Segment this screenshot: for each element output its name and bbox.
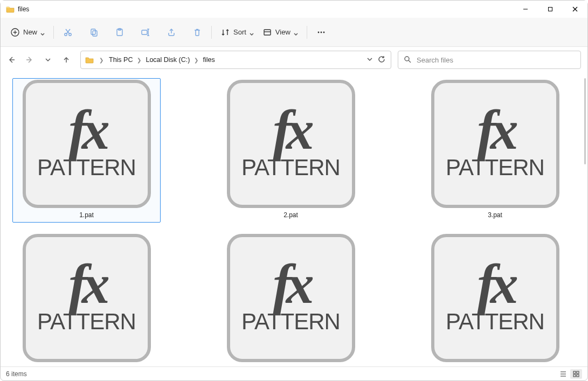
pattern-label: PATTERN (241, 309, 340, 335)
more-button[interactable] (312, 23, 331, 42)
search-icon (404, 56, 411, 65)
item-count: 6 items (6, 370, 27, 378)
view-icon (262, 27, 272, 37)
breadcrumb: This PC ❯ Local Disk (C:) ❯ files (109, 56, 363, 64)
back-button[interactable] (7, 56, 16, 64)
refresh-button[interactable] (378, 56, 385, 65)
new-icon (10, 27, 20, 37)
up-button[interactable] (62, 56, 71, 64)
view-label: View (275, 28, 290, 36)
pattern-label: PATTERN (37, 309, 136, 335)
share-button[interactable] (162, 23, 181, 42)
paste-icon (115, 27, 124, 37)
file-thumbnail: fxPATTERN (431, 80, 559, 208)
file-item[interactable]: fxPATTERN2.pat (217, 78, 365, 223)
cut-icon (63, 27, 73, 37)
file-thumbnail: fxPATTERN (431, 234, 559, 362)
svg-rect-32 (577, 371, 579, 373)
file-grid-viewport[interactable]: fxPATTERN1.patfxPATTERN2.patfxPATTERN3.p… (1, 73, 581, 366)
svg-point-21 (317, 31, 319, 33)
sort-button[interactable]: Sort (216, 23, 258, 42)
more-icon (316, 27, 326, 37)
pattern-label: PATTERN (446, 309, 544, 335)
svg-point-26 (405, 57, 409, 61)
share-icon (167, 27, 176, 37)
svg-rect-34 (577, 375, 579, 377)
file-name: 3.pat (488, 210, 502, 221)
svg-point-23 (323, 31, 324, 33)
minimize-button[interactable] (513, 1, 538, 18)
folder-icon (6, 5, 15, 13)
sort-label: Sort (233, 28, 246, 36)
rename-button[interactable] (136, 23, 155, 42)
content-area: fxPATTERN1.patfxPATTERN2.patfxPATTERN3.p… (1, 73, 587, 366)
breadcrumb-item[interactable]: files (203, 56, 215, 64)
chevron-right-icon: ❯ (135, 57, 143, 63)
forward-button[interactable] (25, 56, 34, 64)
file-thumbnail: fxPATTERN (227, 80, 355, 208)
file-name: 2.pat (283, 210, 298, 221)
fx-label: fx (68, 261, 105, 306)
svg-rect-1 (549, 8, 552, 11)
explorer-window: files New (0, 0, 588, 381)
file-item[interactable]: fxPATTERN3.pat (421, 78, 569, 223)
fx-label: fx (477, 107, 513, 152)
scrollbar[interactable] (581, 73, 587, 366)
new-label: New (23, 28, 37, 36)
file-grid: fxPATTERN1.patfxPATTERN2.patfxPATTERN3.p… (6, 78, 576, 364)
pattern-label: PATTERN (241, 155, 340, 181)
title-left: files (1, 5, 29, 13)
file-thumbnail: fxPATTERN (23, 234, 151, 362)
file-item[interactable]: fxPATTERN (12, 232, 161, 364)
view-button[interactable]: View (258, 23, 302, 42)
fx-label: fx (273, 261, 309, 306)
chevron-down-icon (40, 30, 45, 34)
svg-rect-15 (142, 30, 147, 34)
maximize-button[interactable] (538, 1, 563, 18)
search-box[interactable] (398, 51, 581, 69)
file-item[interactable]: fxPATTERN (421, 232, 569, 364)
file-thumbnail: fxPATTERN (227, 234, 355, 362)
details-view-toggle[interactable] (557, 369, 569, 379)
svg-rect-12 (93, 31, 97, 36)
pattern-label: PATTERN (446, 155, 544, 181)
fx-label: fx (273, 107, 309, 152)
file-name: 1.pat (79, 210, 94, 221)
svg-rect-31 (573, 371, 576, 373)
file-item[interactable]: fxPATTERN1.pat (12, 78, 161, 223)
toolbar: New Sort View (1, 18, 587, 47)
window-title: files (18, 5, 29, 13)
chevron-down-icon (250, 30, 254, 34)
chevron-right-icon: ❯ (97, 57, 106, 63)
file-item[interactable]: fxPATTERN (217, 232, 365, 364)
copy-icon (89, 27, 99, 37)
new-button[interactable]: New (6, 23, 49, 42)
svg-rect-33 (573, 375, 576, 377)
nav-row: ❯ This PC ❯ Local Disk (C:) ❯ files (1, 47, 587, 73)
svg-rect-11 (91, 29, 95, 34)
address-dropdown[interactable] (366, 56, 373, 65)
copy-button[interactable] (84, 23, 103, 42)
status-bar: 6 items (1, 366, 587, 380)
paste-button[interactable] (110, 23, 129, 42)
search-input[interactable] (416, 56, 575, 65)
folder-icon (85, 56, 94, 64)
sort-icon (220, 27, 230, 37)
thumbnails-view-toggle[interactable] (570, 369, 582, 379)
close-button[interactable] (563, 1, 587, 18)
nav-arrows (7, 56, 74, 64)
breadcrumb-item[interactable]: This PC (109, 56, 133, 64)
rename-icon (141, 27, 150, 37)
delete-button[interactable] (188, 23, 207, 42)
cut-button[interactable] (58, 23, 78, 42)
chevron-right-icon: ❯ (192, 57, 200, 63)
breadcrumb-item[interactable]: Local Disk (C:) (146, 56, 190, 64)
pattern-label: PATTERN (37, 155, 136, 181)
fx-label: fx (68, 107, 105, 152)
view-toggles (557, 369, 582, 379)
address-bar[interactable]: ❯ This PC ❯ Local Disk (C:) ❯ files (80, 51, 391, 69)
window-controls (513, 1, 587, 18)
titlebar: files (1, 1, 587, 18)
fx-label: fx (477, 261, 513, 306)
recent-button[interactable] (44, 56, 52, 64)
